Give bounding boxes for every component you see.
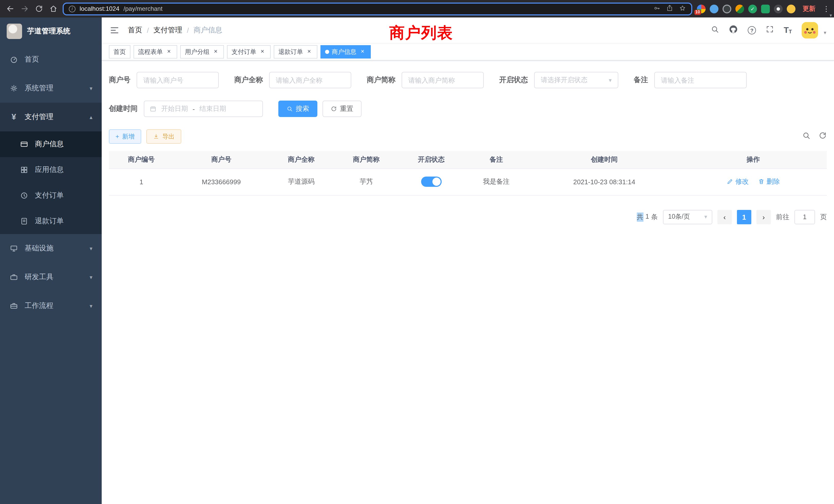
- col-merchant-no: 商户号: [174, 151, 269, 168]
- breadcrumb-payment[interactable]: 支付管理: [154, 26, 182, 35]
- sidebar-item-label: 支付订单: [35, 191, 64, 200]
- help-icon[interactable]: ?: [748, 26, 756, 35]
- sidebar-item-merchant-info[interactable]: 商户信息: [0, 131, 102, 157]
- tab-close-icon[interactable]: ×: [359, 48, 366, 55]
- add-button-label: 新增: [122, 132, 135, 141]
- page-size-value: 10条/页: [668, 212, 690, 221]
- field-short-name: 商户简称: [367, 72, 484, 88]
- tab-pay-order[interactable]: 支付订单 ×: [227, 45, 271, 59]
- edit-link[interactable]: 修改: [727, 177, 749, 186]
- toolbar-caret-icon[interactable]: ▾: [830, 13, 832, 18]
- back-icon[interactable]: [5, 4, 15, 14]
- prev-page-button[interactable]: ‹: [718, 210, 732, 224]
- avatar-caret-icon[interactable]: ▾: [824, 30, 826, 39]
- sidebar-item-refund-order[interactable]: 退款订单: [0, 208, 102, 234]
- sidebar-item-home[interactable]: 首页: [0, 45, 102, 74]
- browser-update-button[interactable]: 更新: [800, 3, 818, 14]
- font-size-icon[interactable]: TT: [784, 26, 792, 35]
- tab-process-form[interactable]: 流程表单 ×: [133, 45, 177, 59]
- sidebar-item-dev-tools[interactable]: 研发工具 ▾: [0, 263, 102, 292]
- merchant-no-input[interactable]: [137, 72, 219, 88]
- refresh-icon[interactable]: [818, 131, 827, 142]
- table-header-row: 商户编号 商户号 商户全称 商户简称 开启状态 备注 创建时间 操作: [109, 151, 827, 168]
- delete-link[interactable]: 删除: [758, 177, 780, 186]
- goto-page-input[interactable]: [794, 210, 815, 224]
- tab-user-group[interactable]: 用户分组 ×: [180, 45, 224, 59]
- reload-icon[interactable]: [34, 4, 44, 14]
- sidebar-item-infrastructure[interactable]: 基础设施 ▾: [0, 234, 102, 263]
- extension-icon-5[interactable]: ✓: [748, 4, 757, 13]
- export-button[interactable]: 导出: [146, 129, 181, 144]
- extension-icon-2[interactable]: [710, 4, 719, 13]
- breadcrumb-home[interactable]: 首页: [128, 26, 142, 35]
- tab-home[interactable]: 首页: [109, 45, 130, 59]
- sidebar-item-label: 商户信息: [35, 140, 64, 149]
- full-name-input[interactable]: [269, 72, 351, 88]
- hamburger-icon[interactable]: [109, 25, 120, 36]
- reset-button[interactable]: 重置: [323, 100, 361, 117]
- browser-chrome: i localhost:1024/pay/merchant 10 ✓ 更新 ⋮ …: [0, 0, 834, 18]
- sidebar-item-workflow[interactable]: 工作流程 ▾: [0, 292, 102, 320]
- date-range-picker[interactable]: 开始日期 - 结束日期: [144, 100, 263, 117]
- tab-refund-order[interactable]: 退款订单 ×: [274, 45, 317, 59]
- page-size-select[interactable]: 10条/页 ▾: [663, 210, 712, 224]
- document-icon: [20, 217, 29, 225]
- next-page-button[interactable]: ›: [756, 210, 771, 224]
- toggle-search-icon[interactable]: [802, 131, 810, 142]
- url-path: /pay/merchant: [124, 5, 162, 12]
- share-icon[interactable]: [666, 4, 673, 13]
- field-status: 开启状态 请选择开启状态 ▾: [499, 72, 618, 88]
- extension-icon-1[interactable]: 10: [697, 4, 706, 13]
- password-key-icon[interactable]: [653, 4, 660, 13]
- tab-close-icon[interactable]: ×: [259, 48, 266, 55]
- extensions-area: 10 ✓: [697, 4, 795, 13]
- status-toggle[interactable]: [421, 177, 442, 187]
- chevron-down-icon: ▾: [609, 77, 612, 84]
- bookmark-star-icon[interactable]: [679, 4, 686, 13]
- page-number-button[interactable]: 1: [737, 210, 751, 224]
- tab-close-icon[interactable]: ×: [166, 48, 173, 55]
- status-select[interactable]: 请选择开启状态 ▾: [534, 72, 618, 88]
- sidebar-item-system[interactable]: 系统管理 ▾: [0, 74, 102, 102]
- date-start-placeholder: 开始日期: [161, 104, 188, 113]
- short-name-input[interactable]: [401, 72, 484, 88]
- pagination-total: 共 1 条: [637, 212, 658, 222]
- grid-icon: [20, 166, 29, 174]
- sidebar-item-payment[interactable]: ¥ 支付管理 ▴: [0, 102, 102, 131]
- github-icon[interactable]: [729, 25, 738, 36]
- tab-close-icon[interactable]: ×: [306, 48, 313, 55]
- extension-icon-4[interactable]: [736, 4, 744, 13]
- breadcrumb: 首页 / 支付管理 / 商户信息: [128, 26, 222, 35]
- fullscreen-icon[interactable]: [766, 25, 774, 36]
- browser-menu-icon[interactable]: ⋮: [823, 5, 829, 13]
- add-button[interactable]: + 新增: [109, 129, 141, 144]
- tab-close-icon[interactable]: ×: [212, 48, 219, 55]
- home-icon[interactable]: [48, 4, 58, 14]
- extension-icon-7[interactable]: [774, 4, 783, 13]
- search-button[interactable]: 搜索: [278, 100, 317, 117]
- table-toolbar: + 新增 导出: [109, 129, 827, 144]
- tab-label: 支付订单: [232, 47, 256, 56]
- sidebar-item-label: 基础设施: [25, 244, 53, 253]
- col-remark: 备注: [464, 151, 529, 168]
- address-bar[interactable]: i localhost:1024/pay/merchant: [63, 2, 692, 15]
- app-logo[interactable]: 芋道管理系统: [0, 18, 102, 45]
- col-full-name: 商户全称: [269, 151, 334, 168]
- chevron-down-icon: ▾: [704, 213, 707, 220]
- tab-label: 首页: [113, 47, 126, 56]
- forward-icon[interactable]: [20, 4, 29, 14]
- remark-input[interactable]: [654, 72, 747, 88]
- sidebar-item-app-info[interactable]: 应用信息: [0, 157, 102, 183]
- extension-icon-3[interactable]: [723, 4, 731, 13]
- extension-icon-6[interactable]: [761, 4, 770, 13]
- user-avatar[interactable]: [802, 22, 818, 39]
- top-navbar: 首页 / 支付管理 / 商户信息 ? TT ▾: [102, 18, 834, 43]
- search-icon[interactable]: [711, 25, 719, 36]
- site-info-icon[interactable]: i: [69, 5, 75, 12]
- sidebar-item-pay-order[interactable]: 支付订单: [0, 183, 102, 208]
- pagination: 共 1 条 10条/页 ▾ ‹ 1 › 前往 页: [109, 210, 827, 224]
- tab-merchant-info[interactable]: 商户信息 ×: [321, 45, 371, 59]
- breadcrumb-separator: /: [187, 26, 189, 35]
- red-annotation-title: 商户列表: [389, 23, 453, 44]
- browser-profile-icon[interactable]: [787, 4, 795, 13]
